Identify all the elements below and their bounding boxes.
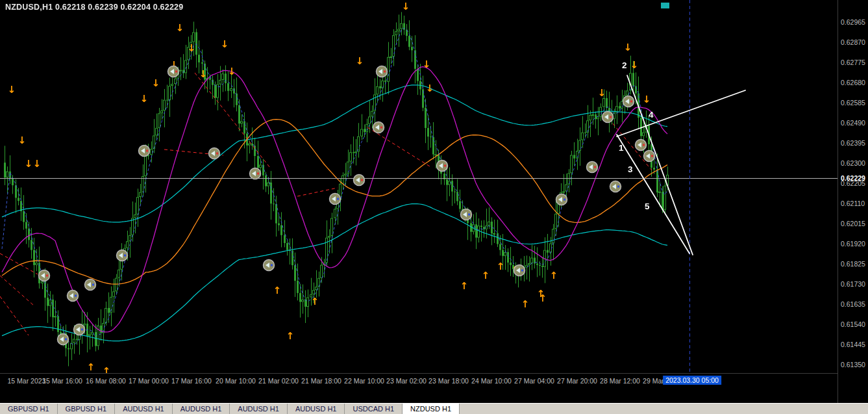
price-axis-label: 0.62870 [841,38,865,46]
chart-area[interactable]: NZDUSD,H1 0.62218 0.62239 0.62204 0.6222… [0,0,837,373]
highlighted-date-label: 2023.03.30 05:00 [663,376,721,385]
price-axis-label: 0.62300 [841,159,865,167]
time-axis-label: 23 Mar 18:00 [428,377,469,385]
chart-tab-audusd-h1-5[interactable]: AUDUSD H1 [288,404,345,414]
price-axis-label: 0.61350 [841,361,865,369]
time-axis-label: 17 Mar 16:00 [171,377,212,385]
time-axis-label: 15 Mar 2023 [8,377,46,385]
price-axis-label: 0.61540 [841,320,865,328]
price-axis-label: 0.62015 [841,220,865,227]
shift-marker [661,3,669,8]
wave-label-3: 3 [628,164,633,174]
price-axis-label: 0.61730 [841,280,865,288]
wave-label-5: 5 [645,201,650,211]
symbol-ohlc-label: NZDUSD,H1 0.62218 0.62239 0.62204 0.6222… [5,3,183,12]
chart-tab-audusd-h1-3[interactable]: AUDUSD H1 [173,404,230,414]
time-axis-label: 22 Mar 10:00 [344,377,384,385]
chart-tab-gbpusd-h1-0[interactable]: GBPUSD H1 [0,404,58,414]
price-axis-label: 0.62395 [841,139,865,147]
time-axis-label: 28 Mar 12:00 [600,377,640,385]
mt4-chart-window: NZDUSD,H1 0.62218 0.62239 0.62204 0.6222… [0,0,868,414]
time-axis-label: 16 Mar 08:00 [86,377,126,385]
time-axis: 15 Mar 202315 Mar 16:0016 Mar 08:0017 Ma… [0,373,837,388]
time-axis-label: 20 Mar 10:00 [216,377,256,385]
current-price-label: 0.62229 [841,174,865,182]
chart-tab-nzdusd-h1-7[interactable]: NZDUSD H1 [403,404,460,414]
chart-tab-audusd-h1-4[interactable]: AUDUSD H1 [230,404,288,414]
time-axis-label: 23 Mar 02:00 [386,377,427,385]
price-axis-label: 0.61635 [841,300,865,308]
wave-label-2: 2 [622,60,627,70]
chart-tab-bar: GBPUSD H1GBPUSD H1AUDUSD H1AUDUSD H1AUDU… [0,403,868,414]
chart-tab-usdcad-h1-6[interactable]: USDCAD H1 [345,404,403,414]
time-axis-label: 21 Mar 18:00 [301,377,341,385]
price-axis-label: 0.61445 [841,341,865,348]
wave-label-4: 4 [649,110,654,120]
time-axis-label: 27 Mar 20:00 [557,377,597,385]
price-axis-label: 0.62775 [841,58,865,66]
price-axis-label: 0.62585 [841,99,865,107]
price-axis-label: 0.61920 [841,240,865,248]
time-axis-label: 17 Mar 00:00 [129,377,169,385]
price-axis: 0.629650.628700.627750.626800.625850.624… [837,0,868,403]
price-axis-label: 0.61825 [841,260,865,268]
price-axis-label: 0.62965 [841,18,865,26]
chart-tab-audusd-h1-2[interactable]: AUDUSD H1 [115,404,173,414]
time-axis-label: 21 Mar 02:00 [258,377,299,385]
price-axis-label: 0.62680 [841,79,865,86]
time-axis-label: 24 Mar 10:00 [471,377,512,385]
price-axis-label: 0.62110 [841,200,865,207]
time-axis-label: 15 Mar 16:00 [42,377,82,385]
time-axis-label: 27 Mar 04:00 [514,377,554,385]
chart-tab-gbpusd-h1-1[interactable]: GBPUSD H1 [58,404,116,414]
price-chart-canvas[interactable] [0,0,837,373]
wave-label-1: 1 [619,143,624,153]
price-axis-label: 0.62490 [841,119,865,127]
